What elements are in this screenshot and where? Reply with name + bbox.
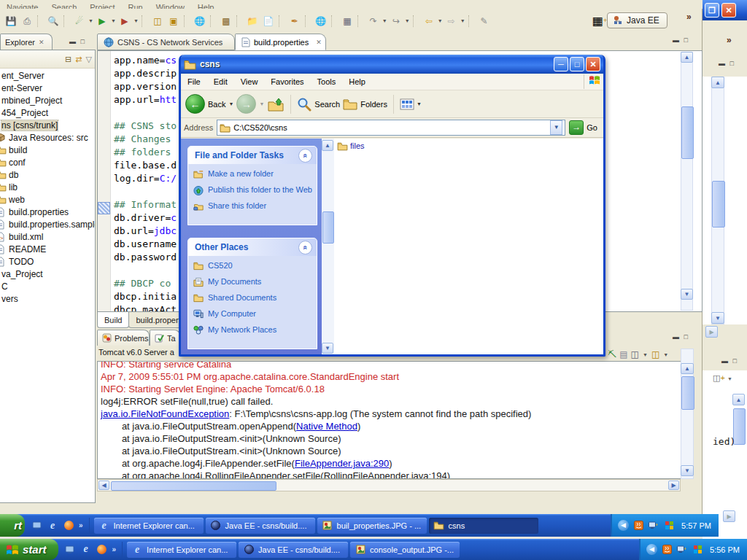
hide-icons-icon[interactable]: ◀: [618, 520, 629, 531]
menu-item-file[interactable]: File: [181, 77, 207, 86]
firefox-icon[interactable]: [63, 520, 74, 532]
view-menu-icon[interactable]: ▽: [86, 55, 92, 64]
tree-item-build-xml[interactable]: <>build.xml: [0, 230, 96, 243]
scrollbar-thumb[interactable]: [111, 481, 276, 491]
mark-occurrences-icon[interactable]: ✎: [477, 15, 492, 28]
tree-item-454-project[interactable]: 454_Project: [0, 106, 96, 119]
folder-content[interactable]: files: [334, 139, 603, 354]
tree-item-mbined-project[interactable]: mbined_Project: [0, 94, 96, 106]
firefox-icon[interactable]: [96, 543, 108, 555]
address-input[interactable]: C:\CS520\csns ▼: [217, 120, 565, 136]
quick-launch-overflow-icon[interactable]: »: [79, 521, 83, 529]
start-button[interactable]: start: [0, 539, 58, 560]
tree-item-build-properties[interactable]: build.properties: [0, 206, 96, 218]
tree-item-build[interactable]: build: [0, 144, 96, 156]
desktop-icon[interactable]: [64, 543, 76, 555]
folder-item-files[interactable]: files: [337, 141, 365, 151]
msn-icon[interactable]: [692, 544, 703, 556]
chevron-down-icon[interactable]: ▼: [438, 18, 443, 23]
task-button-internet-explorer-can-[interactable]: eInternet Explorer can...: [94, 518, 204, 534]
scroll-up-icon[interactable]: ▲: [322, 140, 333, 151]
explorer-view-tab[interactable]: Explorer ✕: [0, 34, 53, 50]
chevron-down-icon[interactable]: ▼: [88, 18, 93, 23]
panel-header[interactable]: File and Folder Tasks «: [188, 147, 317, 164]
run-icon[interactable]: ▶: [95, 15, 109, 28]
forward-icon[interactable]: ⇨: [444, 15, 459, 28]
minimize-maximize-icons[interactable]: ▬ □: [673, 333, 689, 341]
ie-icon[interactable]: e: [47, 520, 58, 532]
editor-scrollbar[interactable]: ▲ ▼: [681, 52, 693, 311]
menu-item-edit[interactable]: Edit: [207, 77, 234, 86]
chevron-overflow-icon[interactable]: »: [727, 35, 732, 45]
java-update-icon[interactable]: [632, 520, 644, 532]
editor-tab-csns-cs-network-services[interactable]: CSNS - CS Network Services: [97, 34, 235, 50]
maximize-icon[interactable]: □: [570, 57, 584, 71]
scrollbar-thumb[interactable]: [681, 106, 694, 159]
scrollbar-thumb[interactable]: [712, 181, 725, 228]
back-button[interactable]: ← Back ▼: [185, 94, 233, 114]
new-server-icon[interactable]: ◫: [150, 15, 165, 28]
views-button[interactable]: ▼: [400, 98, 422, 111]
web-browser-icon[interactable]: 🌐: [314, 15, 328, 28]
minimize-maximize-icons[interactable]: ▬ □: [721, 357, 738, 365]
console-hyperlink[interactable]: Native Method: [296, 421, 357, 432]
java-update-icon[interactable]: [661, 544, 673, 556]
console-area-tab-ta[interactable]: Ta: [150, 330, 180, 346]
tree-item-web[interactable]: web: [0, 193, 96, 206]
save-icon[interactable]: 💾: [4, 15, 18, 28]
forward-button[interactable]: →: [236, 94, 256, 114]
minimize-maximize-icons[interactable]: ▬ □: [69, 38, 86, 45]
minimize-icon[interactable]: ─: [554, 57, 568, 71]
task-item-shared-documents[interactable]: Shared Documents: [193, 293, 314, 303]
chevron-down-icon[interactable]: ▼: [382, 18, 387, 23]
scroll-lock-icon[interactable]: ▤: [619, 349, 627, 359]
menu-item-help[interactable]: Help: [191, 3, 221, 9]
menu-item-favorites[interactable]: Favorites: [264, 77, 310, 86]
tree-item-lib[interactable]: lib: [0, 181, 96, 193]
tree-item-db[interactable]: db: [0, 168, 96, 181]
tree-item-build-properties-sample[interactable]: build.properties.sample: [0, 218, 96, 230]
window-titlebar[interactable]: csns ─ □ ✕: [181, 55, 603, 74]
tree-item-c[interactable]: C: [0, 280, 96, 292]
new-ejb-icon[interactable]: ▣: [166, 15, 181, 28]
chevron-down-icon[interactable]: ▼: [133, 18, 139, 23]
menu-item-project[interactable]: Project: [83, 3, 121, 9]
menu-item-view[interactable]: View: [234, 77, 265, 86]
scroll-right-icon[interactable]: ▶: [705, 326, 718, 338]
perspective-java-ee-button[interactable]: Java EE: [607, 12, 667, 28]
up-button[interactable]: [267, 96, 285, 112]
task-pane-scrollbar[interactable]: ▲ ▼: [322, 139, 334, 354]
close-icon[interactable]: ✕: [39, 39, 44, 46]
tree-item-todo[interactable]: TODO: [0, 255, 96, 268]
scroll-left-icon[interactable]: ◀: [98, 481, 109, 490]
start-button-fragment[interactable]: rt: [0, 514, 25, 537]
chevron-down-icon[interactable]: ▼: [405, 18, 410, 23]
task-button-csns[interactable]: csns: [429, 518, 538, 534]
hide-icons-icon[interactable]: ◀: [646, 544, 657, 555]
go-button[interactable]: → Go: [569, 120, 600, 135]
desktop-icon[interactable]: [31, 520, 42, 532]
open-console-icon[interactable]: ◫+ ▼: [713, 373, 732, 383]
task-button-buil-properties-jpg-[interactable]: buil_properties.JPG - ...: [317, 518, 427, 534]
back-icon[interactable]: ⇦: [422, 15, 436, 28]
annotation-icon[interactable]: ↷: [366, 15, 381, 28]
tree-item-java-resources-src[interactable]: Java Resources: src: [0, 131, 96, 144]
debug-icon[interactable]: ☄: [72, 15, 87, 28]
scrollbar-thumb[interactable]: [681, 376, 694, 410]
pin-console-icon[interactable]: ⛏: [608, 349, 616, 359]
menu-item-tools[interactable]: Tools: [311, 77, 343, 86]
quick-launch-overflow-icon[interactable]: »: [112, 545, 117, 553]
task-button-java-ee-csns-build-[interactable]: Java EE - csns/build....: [239, 542, 348, 558]
tree-item-ent-server[interactable]: ent_Server: [0, 69, 96, 82]
task-item-my-network-places[interactable]: My Network Places: [193, 325, 314, 335]
task-button-console-output-jpg-[interactable]: console_output.JPG -...: [350, 542, 460, 558]
scrollbar-thumb[interactable]: [322, 211, 334, 244]
console-area-tab-problems[interactable]: Problems: [97, 330, 150, 346]
show-view-icon[interactable]: ▦: [340, 15, 355, 28]
close-icon[interactable]: ✕: [586, 57, 600, 71]
menu-item-navigate[interactable]: Navigate: [0, 3, 44, 9]
new-package-icon[interactable]: ▩: [219, 15, 233, 28]
scroll-down-icon[interactable]: ▼: [322, 343, 333, 354]
scroll-right-icon[interactable]: ▶: [668, 481, 679, 490]
panel-header[interactable]: Other Places «: [188, 238, 317, 256]
